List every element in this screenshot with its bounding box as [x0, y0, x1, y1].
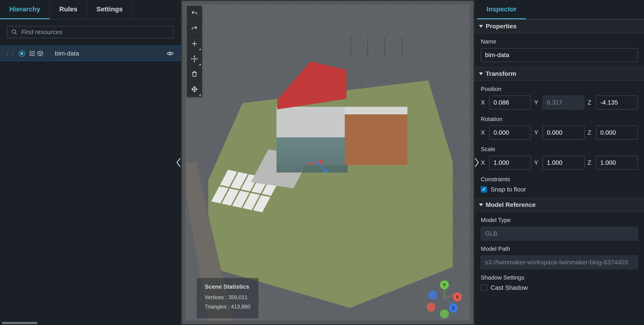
trees: [342, 36, 427, 131]
axis-y-label: Y: [534, 159, 540, 166]
add-button[interactable]: [187, 36, 202, 51]
collapse-icon: [479, 25, 483, 28]
cube-icon: [37, 50, 43, 56]
drag-handle-icon[interactable]: ⋮⋮: [4, 50, 15, 57]
cast-shadow-label: Cast Shadow: [490, 284, 528, 291]
snap-to-floor-label: Snap to floor: [490, 186, 526, 193]
axis-y-label: Y: [534, 99, 540, 106]
rotation-label: Rotation: [481, 116, 638, 122]
scale-z-input[interactable]: [596, 156, 638, 170]
axis-x-label: X: [481, 129, 486, 136]
visibility-toggle-icon[interactable]: [166, 50, 174, 57]
scene-stats-overlay: Scene Statistics Vertices : 359,011 Tria…: [197, 278, 258, 318]
tree-item-radio[interactable]: [19, 50, 25, 56]
delete-button[interactable]: [187, 66, 202, 82]
left-tabs: Hierarchy Rules Settings: [0, 0, 181, 20]
gizmo-neg-z-axis[interactable]: [428, 291, 437, 300]
model-path-label: Model Path: [481, 246, 638, 252]
rotation-y-input[interactable]: [542, 126, 584, 140]
inspector-panel: Inspector Properties Name Transform Posi…: [474, 0, 644, 325]
search-icon: [11, 29, 18, 35]
shadow-settings-label: Shadow Settings: [481, 274, 638, 281]
undo-button[interactable]: [187, 6, 202, 21]
section-modelref-header[interactable]: Model Reference: [474, 198, 644, 212]
stats-title: Scene Statistics: [205, 283, 250, 290]
svg-point-0: [12, 30, 16, 34]
name-input[interactable]: [481, 48, 638, 62]
stats-vertices-value: 359,011: [228, 294, 248, 300]
collapse-icon: [479, 72, 483, 75]
section-transform-title: Transform: [486, 70, 516, 77]
redo-button[interactable]: [187, 21, 202, 36]
tree-item-label: bim-data: [55, 50, 162, 57]
constraints-label: Constraints: [481, 176, 638, 183]
axis-z-label: Z: [588, 129, 593, 136]
search-input[interactable]: [21, 28, 170, 36]
axis-y-label: Y: [534, 129, 540, 136]
axis-x-label: X: [481, 99, 486, 106]
section-modelref-title: Model Reference: [486, 201, 536, 208]
rotation-x-input[interactable]: [489, 126, 531, 140]
tab-rules[interactable]: Rules: [50, 0, 87, 19]
hierarchy-search[interactable]: [7, 26, 174, 38]
viewport-3d[interactable]: Scene Statistics Vertices : 359,011 Tria…: [181, 0, 474, 325]
svg-point-6: [169, 52, 171, 54]
viewport-toolbar: [187, 6, 202, 97]
horizontal-scrollbar[interactable]: [2, 322, 38, 324]
orientation-gizmo[interactable]: Y X Z: [426, 280, 464, 318]
tab-inspector[interactable]: Inspector: [477, 0, 526, 19]
gizmo-x-axis[interactable]: X: [453, 292, 462, 301]
section-properties-header[interactable]: Properties: [474, 20, 644, 33]
axis-x-label: X: [481, 159, 486, 166]
collapse-icon: [479, 204, 483, 206]
gizmo-z-axis[interactable]: Z: [449, 304, 458, 312]
pan-tool-button[interactable]: [187, 82, 202, 97]
scale-y-input[interactable]: [542, 156, 584, 170]
scale-x-input[interactable]: [489, 156, 531, 170]
position-label: Position: [481, 86, 638, 92]
model-type-input: [481, 227, 638, 240]
stats-triangles-label: Triangles :: [205, 304, 230, 310]
rotation-z-input[interactable]: [596, 126, 638, 140]
axis-z-label: Z: [588, 159, 593, 166]
cast-shadow-checkbox[interactable]: [481, 285, 487, 291]
position-x-input[interactable]: [489, 96, 531, 110]
stats-vertices-label: Vertices :: [205, 294, 227, 300]
hierarchy-tree: ⋮⋮ bim-data: [0, 46, 181, 61]
stats-triangles-value: 413,860: [231, 304, 250, 310]
model-type-label: Model Type: [481, 217, 638, 224]
gizmo-y-axis[interactable]: Y: [440, 280, 449, 289]
tab-settings[interactable]: Settings: [87, 0, 132, 19]
expand-icon[interactable]: [29, 50, 35, 56]
collapse-right-icon[interactable]: [474, 157, 480, 168]
collapse-left-icon[interactable]: [175, 157, 182, 168]
name-label: Name: [481, 38, 638, 45]
position-y-input: [542, 96, 584, 110]
move-tool-button[interactable]: [187, 51, 202, 66]
hierarchy-panel: Hierarchy Rules Settings ⋮⋮ bim-data: [0, 0, 181, 325]
gizmo-neg-y-axis[interactable]: [440, 310, 449, 318]
right-tabs: Inspector: [474, 0, 644, 20]
gizmo-neg-x-axis[interactable]: [426, 303, 436, 312]
snap-to-floor-checkbox[interactable]: [481, 186, 487, 192]
model-path-input: [481, 256, 638, 269]
tree-item-bim-data[interactable]: ⋮⋮ bim-data: [0, 46, 181, 61]
viewport-canvas[interactable]: [186, 4, 470, 320]
svg-line-1: [16, 33, 17, 34]
axis-z-label: Z: [588, 99, 593, 106]
section-transform-header[interactable]: Transform: [474, 67, 644, 81]
scale-label: Scale: [481, 146, 638, 153]
section-properties-title: Properties: [486, 23, 517, 30]
position-z-input[interactable]: [596, 96, 638, 110]
tab-hierarchy[interactable]: Hierarchy: [0, 0, 50, 19]
svg-point-9: [194, 58, 195, 60]
